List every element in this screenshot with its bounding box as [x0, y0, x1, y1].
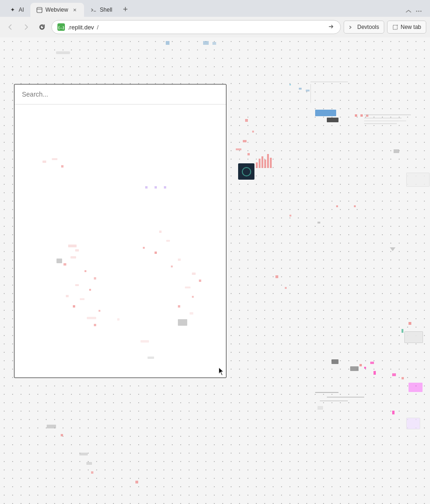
scatter-textline-1: [315, 392, 338, 393]
url-path: /: [97, 24, 99, 31]
tab-webview[interactable]: Webview ✕: [30, 3, 84, 17]
new-tab-button[interactable]: +: [119, 3, 132, 16]
panel-right-11: [178, 305, 180, 308]
panel-dot-1: [145, 186, 148, 189]
back-button[interactable]: [4, 21, 17, 34]
scatter-dot-1: [245, 119, 248, 122]
panel-scatter-2: [75, 249, 79, 252]
scatter-thumb-1: [238, 163, 254, 180]
scatter-pink-1: [355, 114, 357, 117]
scatter-lines-3: [364, 120, 406, 121]
tab-shell[interactable]: Shell: [85, 3, 118, 17]
panel-scatter-7: [75, 284, 79, 286]
search-input[interactable]: [14, 84, 226, 104]
panel-scatter-8: [89, 289, 91, 291]
scatter-botpink-1: [392, 411, 395, 414]
search-input-wrapper[interactable]: [14, 84, 226, 105]
window-menu-button[interactable]: [415, 7, 423, 15]
search-panel: [14, 84, 226, 378]
scatter-triangle: [390, 247, 395, 251]
svg-point-4: [418, 11, 419, 12]
ai-icon: ✦: [9, 7, 16, 13]
scatter-mid-r-2: [299, 88, 302, 90]
scatter-dot-4: [236, 148, 241, 150]
new-tab-toolbar-button[interactable]: New tab: [387, 21, 426, 34]
window-expand-button[interactable]: [405, 7, 412, 15]
scatter-lower-pink-3: [370, 362, 374, 364]
panel-scatter-13: [87, 317, 96, 319]
scatter-lower-pink-1: [360, 364, 362, 366]
scatter-lower-1: [331, 359, 338, 364]
panel-gray-2: [178, 319, 187, 326]
panel-right-3: [143, 247, 145, 249]
scatter-panel-2: [327, 118, 338, 122]
panel-scatter-12: [99, 310, 100, 312]
scatter-cluster-3: [404, 331, 423, 343]
panel-right-9: [185, 287, 190, 288]
tab-shell-label: Shell: [100, 7, 113, 13]
browser-frame: ✦ AI Webview ✕ Shell: [0, 0, 430, 504]
scatter-mid-r-1: [289, 84, 291, 85]
scatter-far-1: [47, 425, 56, 428]
panel-scatter-6: [94, 277, 96, 280]
url-favicon: {...}: [57, 23, 65, 31]
panel-right-8: [199, 280, 201, 282]
forward-button[interactable]: [20, 21, 33, 34]
scatter-topbar-2: [310, 84, 311, 103]
url-go-button[interactable]: [327, 23, 335, 32]
scatter-midright-4: [317, 222, 320, 224]
scatter-right-1: [394, 149, 399, 153]
svg-point-3: [416, 11, 417, 12]
scatter-lines-1: [364, 114, 411, 115]
panel-scatter-11: [73, 305, 75, 308]
panel-scatter-1: [68, 245, 77, 247]
scatter-dot-2: [252, 131, 254, 133]
cursor-icon: [219, 367, 224, 376]
webview-icon: [36, 7, 42, 13]
panel-right-13: [141, 340, 149, 343]
scatter-lower-pink-5: [392, 373, 396, 376]
search-results: [14, 105, 226, 378]
panel-scatter-3: [70, 256, 76, 259]
scatter-lower-2: [350, 366, 359, 371]
scatter-bottom-2: [285, 287, 287, 289]
panel-right-15: [148, 357, 154, 359]
panel-right-5: [178, 259, 181, 261]
tab-ai[interactable]: ✦ AI: [4, 3, 29, 17]
scatter-midright-1: [336, 205, 338, 207]
shell-icon: [91, 7, 97, 13]
panel-up-1: [42, 161, 46, 163]
scatter-lower-pink-4: [374, 371, 376, 375]
window-controls: [405, 7, 426, 17]
address-bar: {...} .replit.dev / Devtools: [0, 17, 430, 37]
url-domain: .replit.dev: [68, 24, 94, 31]
scatter-lines-4: [364, 123, 397, 124]
panel-dot-2: [155, 186, 157, 189]
scatter-cluster-1: [409, 322, 411, 325]
scatter-pink-2: [360, 114, 363, 117]
scatter-lines-2: [364, 118, 402, 119]
scatter-lower-pink-6: [402, 377, 404, 379]
scatter-dot-3: [243, 140, 247, 142]
svg-point-5: [420, 11, 421, 12]
panel-scatter-14: [94, 324, 96, 326]
panel-scatter-10: [80, 298, 85, 300]
devtools-button[interactable]: Devtools: [344, 21, 384, 34]
scatter-far-5: [91, 471, 93, 474]
tab-webview-close[interactable]: ✕: [71, 6, 78, 14]
scatter-far-6: [135, 481, 138, 483]
scatter-far-2: [61, 434, 63, 436]
scatter-mid-r-3: [306, 90, 310, 91]
panel-up-2: [61, 165, 63, 168]
scatter-panel-1: [315, 110, 336, 116]
newtab-label: New tab: [401, 24, 421, 30]
url-bar[interactable]: {...} .replit.dev /: [51, 20, 341, 34]
scatter-right-2: [406, 173, 430, 187]
svg-rect-0: [37, 7, 42, 13]
scatter-far-4: [86, 462, 92, 465]
panel-scatter-9: [66, 295, 69, 297]
content-area: [0, 37, 430, 504]
scatter-top-3: [212, 42, 216, 45]
scatter-lower-pink-7: [409, 383, 423, 392]
reload-button[interactable]: [35, 21, 49, 34]
